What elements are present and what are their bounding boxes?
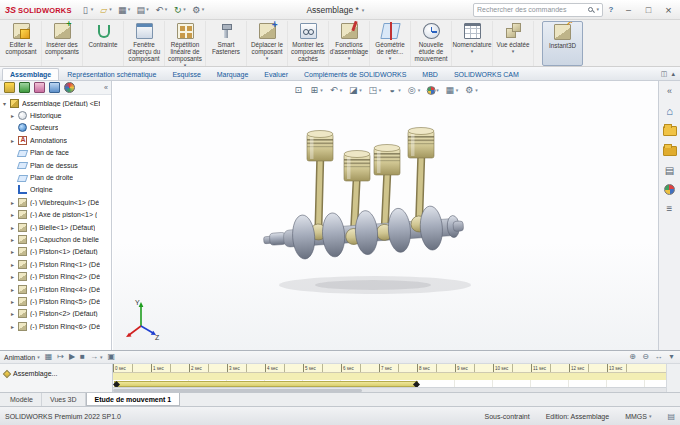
- timeline-control[interactable]: [80, 352, 85, 362]
- hud-button[interactable]: [347, 84, 363, 96]
- options-button[interactable]: [189, 2, 207, 18]
- study-type-dropdown[interactable]: Animation: [4, 354, 40, 361]
- appearances-scenes-icon[interactable]: [664, 184, 675, 195]
- caret-down-icon[interactable]: [359, 87, 362, 93]
- ribbon-tab[interactable]: Evaluer: [256, 68, 296, 81]
- expand-arrow-icon[interactable]: [11, 112, 18, 119]
- command-search-box[interactable]: [473, 3, 603, 17]
- propertymanager-tab[interactable]: [18, 82, 31, 94]
- print-button[interactable]: [133, 2, 151, 18]
- rebuild-button[interactable]: [170, 2, 188, 18]
- hud-button[interactable]: [367, 84, 383, 96]
- custom-properties-icon[interactable]: [663, 202, 677, 215]
- caret-down-icon[interactable]: [266, 56, 269, 62]
- new-document-button[interactable]: [78, 2, 96, 18]
- ribbon-button[interactable]: Nouvelle étude de mouvement: [411, 21, 452, 66]
- hud-button[interactable]: [444, 84, 460, 96]
- tree-item[interactable]: Capteurs: [0, 122, 111, 134]
- timeline-track[interactable]: [113, 373, 666, 387]
- tree-item[interactable]: Plan de dessus: [0, 159, 111, 171]
- expand-arrow-icon[interactable]: [11, 186, 18, 193]
- ribbon-button[interactable]: Déplacer le composant: [247, 21, 288, 66]
- caret-down-icon[interactable]: [512, 49, 515, 55]
- tree-item[interactable]: (-) Piston Ring<6> (Dé: [0, 320, 111, 332]
- ribbon-button[interactable]: Insérer des composants: [42, 21, 83, 66]
- caret-down-icon[interactable]: [61, 56, 64, 62]
- ribbon-tab[interactable]: Marquage: [209, 68, 257, 81]
- units-selector[interactable]: MMGS: [625, 413, 651, 420]
- hud-button[interactable]: [386, 84, 402, 96]
- caret-down-icon[interactable]: [471, 49, 474, 55]
- featuremanager-tab[interactable]: [3, 82, 16, 94]
- status-sheet-icon[interactable]: [667, 412, 675, 421]
- timeline-zoom-out-icon[interactable]: [641, 352, 650, 362]
- tree-item[interactable]: (-) Piston<1> (Défaut): [0, 246, 111, 258]
- caret-down-icon[interactable]: [475, 87, 478, 93]
- caret-down-icon[interactable]: [436, 87, 439, 93]
- collapse-pane-icon[interactable]: [663, 84, 677, 97]
- hud-button[interactable]: [328, 84, 344, 96]
- expand-arrow-icon[interactable]: [11, 286, 18, 293]
- view-palette-icon[interactable]: [663, 164, 677, 177]
- expand-arrow-icon[interactable]: [3, 100, 10, 107]
- caret-down-icon[interactable]: [340, 87, 343, 93]
- tree-item[interactable]: Origine: [0, 184, 111, 196]
- expand-arrow-icon[interactable]: [11, 137, 18, 144]
- ribbon-button[interactable]: Fenêtre d'aperçu du composant: [124, 21, 165, 66]
- tree-item[interactable]: (-) Bielle<1> (Défaut): [0, 221, 111, 233]
- hud-button[interactable]: [406, 84, 422, 96]
- ribbon-button[interactable]: Smart Fasteners: [206, 21, 247, 66]
- close-button[interactable]: [659, 1, 678, 19]
- ribbon-button[interactable]: Editer le composant: [1, 21, 42, 66]
- ribbon-button[interactable]: Géométrie de référ...: [370, 21, 411, 66]
- caret-down-icon[interactable]: [362, 8, 365, 13]
- ribbon-button[interactable]: Nomenclature: [452, 21, 493, 66]
- ribbon-button[interactable]: Contrainte: [83, 21, 124, 66]
- document-tab[interactable]: Modèle: [2, 393, 42, 406]
- timeline-control[interactable]: [45, 352, 53, 362]
- expand-arrow-icon[interactable]: [11, 323, 18, 330]
- motion-tree-assemblage[interactable]: Assemblage...: [0, 364, 112, 377]
- timeline-ruler[interactable]: 0 sec1 sec2 sec3 sec4 sec5 sec6 sec7 sec…: [113, 364, 666, 373]
- caret-down-icon[interactable]: [398, 87, 401, 93]
- home-icon[interactable]: [663, 104, 677, 117]
- tree-item[interactable]: Annotations: [0, 134, 111, 146]
- search-input[interactable]: [477, 6, 585, 13]
- expand-arrow-icon[interactable]: [11, 298, 18, 305]
- tree-item[interactable]: Assemblage (Défaut) <Et: [0, 97, 111, 109]
- expand-arrow-icon[interactable]: [11, 248, 18, 255]
- tree-item[interactable]: (-) Capuchon de bielle: [0, 233, 111, 245]
- file-explorer-icon[interactable]: [663, 144, 677, 157]
- ribbon-tab[interactable]: Représentation schématique: [59, 68, 164, 81]
- expand-arrow-icon[interactable]: [11, 273, 18, 280]
- expand-arrow-icon[interactable]: [11, 261, 18, 268]
- graphics-viewport[interactable]: Y Z: [113, 81, 658, 350]
- timeline-control[interactable]: [57, 352, 64, 362]
- maximize-button[interactable]: [639, 1, 658, 19]
- displaymanager-tab[interactable]: [63, 82, 76, 94]
- expand-arrow-icon[interactable]: [11, 310, 18, 317]
- collapse-ribbon-icon[interactable]: [671, 70, 675, 78]
- tree-item[interactable]: Plan de droite: [0, 171, 111, 183]
- ribbon-tab[interactable]: SOLIDWORKS CAM: [446, 68, 527, 81]
- ribbon-button[interactable]: Répétition linéaire de composants: [165, 21, 206, 66]
- undo-button[interactable]: [152, 2, 170, 18]
- expand-arrow-icon[interactable]: [11, 124, 18, 131]
- caret-down-icon[interactable]: [389, 56, 392, 62]
- engine-assembly-model[interactable]: [263, 125, 495, 303]
- hud-button[interactable]: [308, 84, 324, 96]
- expand-arrow-icon[interactable]: [11, 199, 18, 206]
- configurationmanager-tab[interactable]: [33, 82, 46, 94]
- caret-down-icon[interactable]: [418, 87, 421, 93]
- caret-down-icon[interactable]: [456, 87, 459, 93]
- hud-button[interactable]: [292, 84, 304, 96]
- ribbon-button[interactable]: Vue éclatée: [493, 21, 534, 66]
- timeline-control[interactable]: [90, 352, 102, 362]
- timeline-control[interactable]: [69, 352, 75, 362]
- document-tab[interactable]: Etude de mouvement 1: [86, 393, 181, 406]
- tree-item[interactable]: Plan de face: [0, 147, 111, 159]
- collapse-motionmanager-icon[interactable]: [667, 352, 676, 362]
- ribbon-tab[interactable]: Assemblage: [2, 68, 59, 81]
- open-document-button[interactable]: [96, 2, 114, 18]
- hud-button[interactable]: [463, 84, 479, 96]
